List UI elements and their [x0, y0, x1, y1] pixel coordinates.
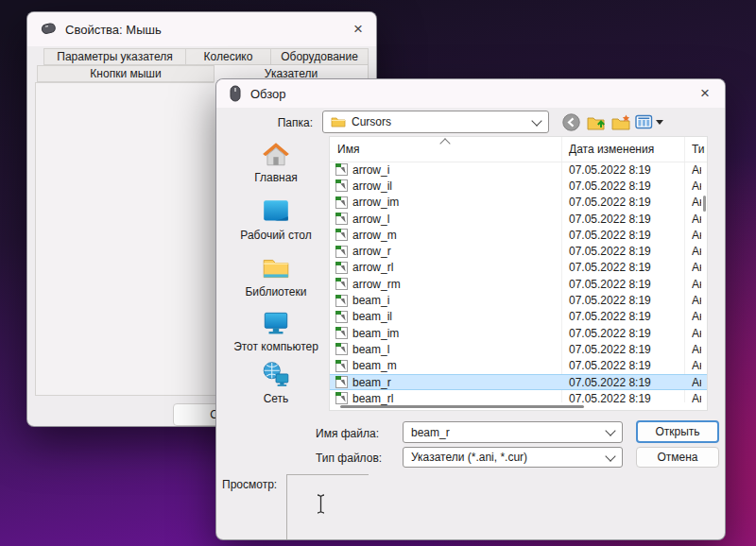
sidebar-item-libraries[interactable]: Библиотеки: [224, 254, 328, 299]
file-rows: arrow_i07.05.2022 8:19Ан arrow_il07.05.2…: [330, 162, 707, 407]
vertical-scrollbar-thumb[interactable]: [703, 196, 706, 212]
file-date: 07.05.2022 8:19: [569, 261, 651, 274]
new-folder-button[interactable]: [610, 112, 631, 131]
file-name: beam_rl: [352, 392, 393, 405]
ani-file-icon: [335, 392, 348, 404]
chevron-down-icon: [605, 425, 615, 435]
sidebar-item-this-pc[interactable]: Этот компьютер: [224, 309, 328, 353]
table-row-selected[interactable]: beam_r07.05.2022 8:19Ан: [330, 374, 707, 390]
table-row[interactable]: beam_m07.05.2022 8:19Ан: [330, 358, 707, 374]
open-button[interactable]: Открыть: [636, 420, 719, 443]
table-row[interactable]: beam_i07.05.2022 8:19Ан: [330, 292, 707, 308]
table-row[interactable]: beam_l07.05.2022 8:19Ан: [330, 341, 707, 357]
sidebar-item-label: Этот компьютер: [233, 340, 318, 353]
file-date: 07.05.2022 8:19: [569, 294, 651, 307]
file-name-combobox[interactable]: beam_r: [403, 421, 623, 443]
file-type: Ан: [692, 179, 701, 193]
views-icon: [635, 114, 653, 129]
file-type: Ан: [692, 343, 701, 356]
preview-area: [286, 474, 369, 540]
horizontal-scrollbar-thumb[interactable]: [340, 405, 584, 408]
file-type: Ан: [692, 310, 701, 323]
ani-file-icon: [335, 343, 348, 355]
column-header-date[interactable]: Дата изменения: [569, 143, 654, 156]
titlebar[interactable]: Свойства: Мышь ×: [27, 12, 376, 46]
file-name: arrow_rl: [352, 261, 393, 274]
file-type: Ан: [692, 278, 701, 291]
sidebar-item-label: Сеть: [264, 392, 289, 405]
table-row[interactable]: beam_il07.05.2022 8:19Ан: [330, 309, 707, 325]
list-header: Имя Дата изменения Тип: [330, 137, 707, 162]
folder-combobox[interactable]: Cursors: [322, 111, 549, 133]
ani-file-icon: [335, 163, 348, 176]
file-date: 07.05.2022 8:19: [569, 229, 651, 242]
tab-pointer-options[interactable]: Параметры указателя: [43, 48, 186, 65]
views-menu-button[interactable]: [635, 112, 663, 131]
file-type-combobox[interactable]: Указатели (*.ani, *.cur): [403, 447, 623, 468]
file-type: Ан: [692, 245, 701, 258]
home-icon: [261, 140, 291, 168]
sidebar-item-network[interactable]: Сеть: [224, 361, 328, 405]
chevron-down-icon: [605, 451, 615, 461]
file-name: arrow_il: [352, 179, 392, 193]
file-name: arrow_l: [352, 213, 389, 226]
file-date: 07.05.2022 8:19: [569, 196, 651, 209]
tab-wheel[interactable]: Колесико: [185, 48, 271, 65]
ani-file-icon: [335, 246, 348, 258]
network-icon: [261, 361, 291, 389]
ani-file-icon: [335, 311, 348, 323]
file-date: 07.05.2022 8:19: [569, 245, 651, 258]
sidebar-item-desktop[interactable]: Рабочий стол: [224, 197, 328, 242]
ani-file-icon: [335, 376, 348, 388]
file-date: 07.05.2022 8:19: [569, 163, 651, 177]
ani-file-icon: [335, 278, 348, 290]
tab-hardware[interactable]: Оборудование: [270, 48, 369, 65]
folder-value: Cursors: [352, 115, 391, 128]
window-title: Свойства: Мышь: [65, 23, 162, 37]
sidebar-item-home[interactable]: Главная: [224, 140, 328, 184]
file-name: arrow_m: [352, 229, 397, 242]
column-header-name[interactable]: Имя: [337, 143, 359, 156]
sort-ascending-icon[interactable]: [439, 138, 450, 148]
preview-label: Просмотр:: [222, 478, 277, 491]
file-type: Ан: [692, 213, 701, 226]
tab-buttons[interactable]: Кнопки мыши: [37, 65, 215, 82]
table-row[interactable]: beam_rl07.05.2022 8:19Ан: [330, 390, 707, 406]
table-row[interactable]: arrow_im07.05.2022 8:19Ан: [330, 195, 707, 211]
ani-file-icon: [335, 327, 348, 339]
table-row[interactable]: arrow_rm07.05.2022 8:19Ан: [330, 276, 707, 292]
table-row[interactable]: arrow_r07.05.2022 8:19Ан: [330, 243, 707, 259]
ani-file-icon: [335, 229, 348, 241]
close-icon[interactable]: ×: [344, 12, 372, 46]
column-header-type[interactable]: Тип: [692, 143, 705, 156]
table-row[interactable]: arrow_rl07.05.2022 8:19Ан: [330, 260, 707, 276]
file-name: beam_l: [352, 343, 389, 356]
table-row[interactable]: beam_im07.05.2022 8:19Ан: [330, 325, 707, 341]
file-type: Ан: [692, 359, 701, 372]
close-icon[interactable]: ×: [691, 79, 719, 108]
table-row[interactable]: arrow_m07.05.2022 8:19Ан: [330, 227, 707, 243]
table-row[interactable]: arrow_l07.05.2022 8:19Ан: [330, 211, 707, 227]
ani-file-icon: [335, 295, 348, 307]
file-name: beam_i: [352, 294, 389, 307]
back-icon: [562, 113, 580, 131]
table-row[interactable]: arrow_i07.05.2022 8:19Ан: [330, 162, 707, 178]
up-one-level-button[interactable]: [586, 112, 607, 131]
up-folder-icon: [587, 114, 607, 130]
folder-label: Папка:: [254, 116, 313, 129]
cancel-button[interactable]: Отмена: [636, 447, 719, 468]
browse-dialog-window: Обзор × Папка: Cursors: [215, 78, 726, 540]
file-list: Имя Дата изменения Тип arrow_i07.05.2022…: [329, 136, 708, 411]
chevron-down-icon: [531, 115, 541, 126]
file-date: 07.05.2022 8:19: [569, 213, 651, 226]
back-button[interactable]: [560, 112, 581, 131]
file-date: 07.05.2022 8:19: [569, 327, 651, 340]
window-title: Обзор: [250, 87, 286, 101]
file-type: Ан: [692, 229, 701, 242]
table-row[interactable]: arrow_il07.05.2022 8:19Ан: [330, 178, 707, 194]
file-name: arrow_im: [352, 196, 399, 209]
titlebar[interactable]: Обзор ×: [216, 79, 725, 108]
file-type: Ан: [692, 376, 701, 389]
ani-file-icon: [335, 262, 348, 274]
mouse-icon: [41, 23, 57, 36]
